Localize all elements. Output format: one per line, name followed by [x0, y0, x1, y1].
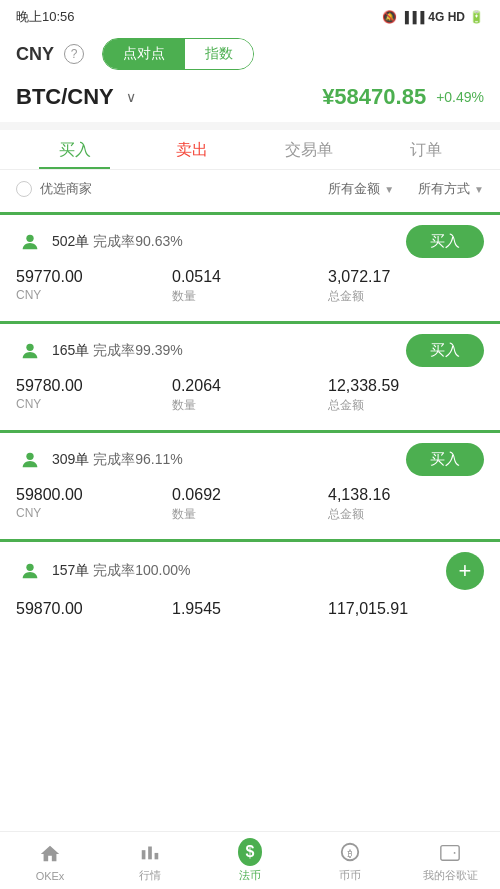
mute-icon: 🔕	[382, 10, 397, 24]
tab-orders[interactable]: 订单	[367, 130, 484, 169]
help-icon[interactable]: ?	[64, 44, 84, 64]
mode-tab-group: 点对点 指数	[102, 38, 254, 70]
card-3-price: 59800.00	[16, 486, 172, 504]
svg-point-3	[26, 564, 33, 571]
tab-sell[interactable]: 卖出	[133, 130, 250, 169]
nav-market[interactable]: 行情	[100, 832, 200, 889]
tab-p2p[interactable]: 点对点	[103, 39, 185, 69]
card-2-qty-label: 数量	[172, 397, 328, 414]
card-1-total: 3,072.17	[328, 268, 484, 286]
card-4-qty-col: 1.9545	[172, 600, 328, 620]
preferred-label[interactable]: 优选商家	[40, 180, 92, 198]
trade-card-3: 309单 完成率96.11% 买入 59800.00 CNY 0.0692 数量…	[0, 430, 500, 535]
amount-filter[interactable]: 所有金额 ▼	[328, 180, 394, 198]
price-row: BTC/CNY ∨ ¥58470.85 +0.49%	[0, 80, 500, 122]
nav-okex[interactable]: OKEx	[0, 832, 100, 889]
status-time: 晚上10:56	[16, 8, 75, 26]
card-3-header: 309单 完成率96.11% 买入	[16, 443, 484, 476]
card-1-info: 502单 完成率90.63%	[52, 233, 183, 251]
network-label: 4G HD	[428, 10, 465, 24]
card-4-price-col: 59870.00	[16, 600, 172, 620]
card-1-header: 502单 完成率90.63% 买入	[16, 225, 484, 258]
user-icon-1	[16, 228, 44, 256]
battery-icon: 🔋	[469, 10, 484, 24]
currency-label: CNY	[16, 44, 54, 65]
svg-point-1	[26, 343, 33, 350]
card-2-info: 165单 完成率99.39%	[52, 342, 183, 360]
preferred-radio[interactable]	[16, 181, 32, 197]
tab-index[interactable]: 指数	[185, 39, 253, 69]
fab-button-4[interactable]: +	[446, 552, 484, 590]
card-2-total-label: 总金额	[328, 397, 484, 414]
signal-icon: ▐▐▐	[401, 11, 424, 23]
card-1-qty-col: 0.0514 数量	[172, 268, 328, 305]
card-3-currency: CNY	[16, 506, 172, 520]
card-4-price: 59870.00	[16, 600, 172, 618]
card-3-info: 309单 完成率96.11%	[52, 451, 183, 469]
card-3-qty: 0.0692	[172, 486, 328, 504]
nav-crypto[interactable]: ₿ 币币	[300, 832, 400, 889]
card-1-price-col: 59770.00 CNY	[16, 268, 172, 305]
home-icon	[38, 842, 62, 866]
buy-button-3[interactable]: 买入	[406, 443, 484, 476]
tab-buy[interactable]: 买入	[16, 130, 133, 169]
trading-pair[interactable]: BTC/CNY	[16, 84, 114, 110]
crypto-icon: ₿	[338, 840, 362, 864]
amount-chevron-icon: ▼	[384, 184, 394, 195]
nav-crypto-label: 币币	[339, 868, 361, 883]
card-1-currency: CNY	[16, 288, 172, 302]
card-2-total-col: 12,338.59 总金额	[328, 377, 484, 414]
nav-wallet[interactable]: 我的谷歌证	[400, 832, 500, 889]
card-1-price: 59770.00	[16, 268, 172, 286]
divider-top	[0, 122, 500, 130]
nav-fiat[interactable]: $ 法币	[200, 832, 300, 889]
status-icons: 🔕 ▐▐▐ 4G HD 🔋	[382, 10, 484, 24]
card-3-total-label: 总金额	[328, 506, 484, 523]
chart-icon	[138, 840, 162, 864]
svg-rect-5	[148, 847, 152, 860]
user-icon-3	[16, 446, 44, 474]
card-2-price-col: 59780.00 CNY	[16, 377, 172, 414]
user-avatar-3	[19, 449, 41, 471]
trade-card-2: 165单 完成率99.39% 买入 59780.00 CNY 0.2064 数量…	[0, 321, 500, 426]
card-3-data: 59800.00 CNY 0.0692 数量 4,138.16 总金额	[16, 486, 484, 523]
buy-button-1[interactable]: 买入	[406, 225, 484, 258]
pair-chevron-icon[interactable]: ∨	[126, 89, 136, 105]
header: CNY ? 点对点 指数	[0, 30, 500, 80]
card-2-qty: 0.2064	[172, 377, 328, 395]
svg-point-0	[26, 234, 33, 241]
card-3-total-col: 4,138.16 总金额	[328, 486, 484, 523]
card-3-qty-label: 数量	[172, 506, 328, 523]
buy-button-2[interactable]: 买入	[406, 334, 484, 367]
card-4-total: 117,015.91	[328, 600, 484, 618]
nav-market-label: 行情	[139, 868, 161, 883]
nav-okex-label: OKEx	[36, 870, 65, 882]
svg-rect-4	[142, 850, 146, 859]
card-3-qty-col: 0.0692 数量	[172, 486, 328, 523]
card-1-total-label: 总金额	[328, 288, 484, 305]
card-4-qty: 1.9545	[172, 600, 328, 618]
user-avatar-4	[19, 560, 41, 582]
card-4-header: 157单 完成率100.00% +	[16, 552, 484, 590]
card-1-total-col: 3,072.17 总金额	[328, 268, 484, 305]
card-4-info: 157单 完成率100.00%	[52, 562, 191, 580]
card-4-total-col: 117,015.91	[328, 600, 484, 620]
card-3-total: 4,138.16	[328, 486, 484, 504]
price-change: +0.49%	[436, 89, 484, 105]
card-1-data: 59770.00 CNY 0.0514 数量 3,072.17 总金额	[16, 268, 484, 305]
user-icon-4	[16, 557, 44, 585]
user-avatar-1	[19, 231, 41, 253]
method-filter[interactable]: 所有方式 ▼	[418, 180, 484, 198]
wallet-icon	[438, 840, 462, 864]
status-bar: 晚上10:56 🔕 ▐▐▐ 4G HD 🔋	[0, 0, 500, 30]
help-label: ?	[71, 47, 78, 61]
current-price: ¥58470.85	[322, 84, 426, 110]
fiat-icon: $	[238, 840, 262, 864]
filter-row: 优选商家 所有金额 ▼ 所有方式 ▼	[0, 170, 500, 208]
tab-history[interactable]: 交易单	[250, 130, 367, 169]
trade-card-4: 157单 完成率100.00% + 59870.00 1.9545 117,01…	[0, 539, 500, 632]
user-avatar-2	[19, 340, 41, 362]
svg-rect-9	[441, 846, 459, 861]
nav-wallet-label: 我的谷歌证	[423, 868, 478, 883]
card-2-currency: CNY	[16, 397, 172, 411]
